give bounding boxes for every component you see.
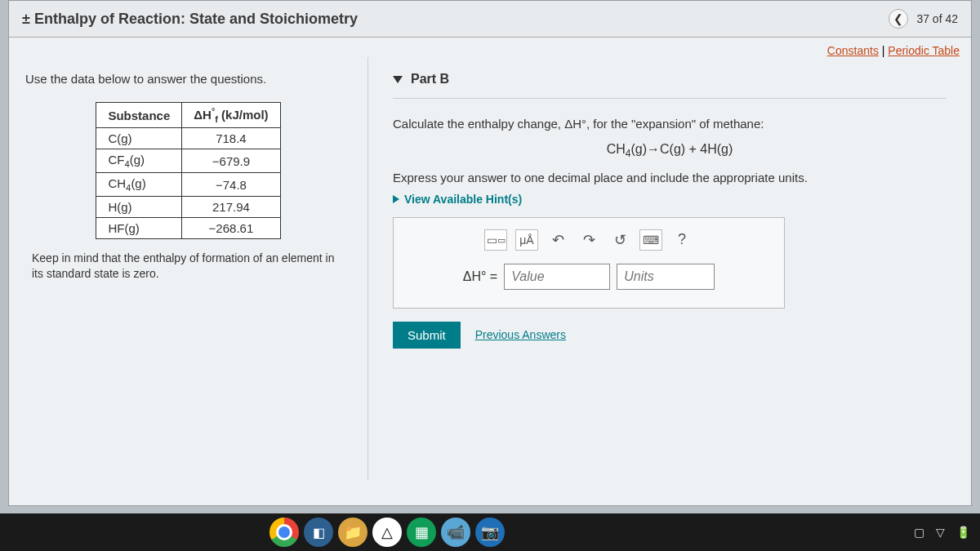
note-text: Keep in mind that the enthalpy of format… xyxy=(25,251,351,282)
title-prefix: ± xyxy=(22,11,30,27)
taskbar: ◧ 📁 △ ▦ 📹 📷 ▢ ▽ 🔋 xyxy=(0,513,980,551)
value-input[interactable] xyxy=(504,264,610,290)
express-instructions: Express your answer to one decimal place… xyxy=(393,171,947,184)
reset-button[interactable]: ↺ xyxy=(608,229,631,251)
battery-icon[interactable]: 🔋 xyxy=(956,526,970,539)
help-button[interactable]: ? xyxy=(670,229,693,251)
periodic-table-link[interactable]: Periodic Table xyxy=(888,44,960,57)
col-substance: Substance xyxy=(96,103,182,128)
video-icon[interactable]: 📹 xyxy=(441,518,470,547)
delta-h-label: ΔH° = xyxy=(463,269,497,284)
answer-box: ▭▭ μÅ ↶ ↷ ↺ ⌨ ? ΔH° = xyxy=(393,217,785,309)
collapse-icon[interactable] xyxy=(393,76,403,83)
redo-button[interactable]: ↷ xyxy=(577,229,600,251)
title-text: Enthalpy of Reaction: State and Stoichio… xyxy=(34,11,358,27)
sheets-icon[interactable]: ▦ xyxy=(407,518,436,547)
table-row: C(g) 718.4 xyxy=(96,128,280,149)
undo-button[interactable]: ↶ xyxy=(546,229,569,251)
table-row: H(g) 217.94 xyxy=(96,197,280,218)
col-value: ΔH°f (kJ/mol) xyxy=(182,103,280,128)
reaction-equation: CH4(g)→C(g) + 4H(g) xyxy=(393,142,947,159)
table-row: HF(g) −268.61 xyxy=(96,218,280,239)
table-row: CF4(g) −679.9 xyxy=(96,149,280,173)
drive-icon[interactable]: △ xyxy=(372,518,402,547)
prev-page-button[interactable]: ❮ xyxy=(889,9,908,29)
cast-icon[interactable]: ▢ xyxy=(914,526,924,539)
page-title: ± Enthalpy of Reaction: State and Stoich… xyxy=(22,11,358,28)
system-tray[interactable]: ▢ ▽ 🔋 xyxy=(914,526,970,539)
units-input[interactable] xyxy=(617,264,715,290)
constants-link[interactable]: Constants xyxy=(827,44,879,57)
view-hints-button[interactable]: View Available Hint(s) xyxy=(393,193,947,206)
chevron-right-icon xyxy=(393,195,399,203)
template-tool[interactable]: ▭▭ xyxy=(484,229,507,251)
chrome-icon[interactable] xyxy=(270,518,299,547)
instructions-text: Use the data below to answer the questio… xyxy=(25,72,351,86)
wifi-icon[interactable]: ▽ xyxy=(936,526,945,539)
part-label: Part B xyxy=(411,72,449,87)
progress-indicator: 37 of 42 xyxy=(916,12,958,25)
data-table: Substance ΔH°f (kJ/mol) C(g) 718.4 CF4(g… xyxy=(96,102,280,239)
files-icon[interactable]: 📁 xyxy=(338,518,368,547)
submit-button[interactable]: Submit xyxy=(393,322,461,349)
app-icon[interactable]: ◧ xyxy=(304,518,333,547)
table-row: CH4(g) −74.8 xyxy=(96,173,280,197)
previous-answers-link[interactable]: Previous Answers xyxy=(475,328,566,341)
keyboard-button[interactable]: ⌨ xyxy=(639,229,662,251)
camera-icon[interactable]: 📷 xyxy=(475,518,505,547)
special-chars-tool[interactable]: μÅ xyxy=(515,229,538,251)
question-prompt: Calculate the enthalpy change, ΔH°, for … xyxy=(393,115,947,134)
